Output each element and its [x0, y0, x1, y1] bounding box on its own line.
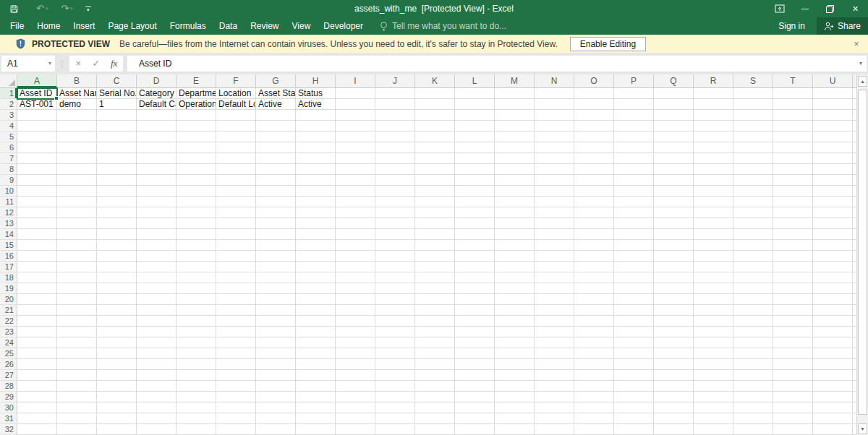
enable-editing-button[interactable]: Enable Editing — [570, 37, 646, 51]
cell-C1[interactable]: Serial No. — [97, 88, 137, 99]
cell-J26[interactable] — [375, 359, 415, 370]
cell-K4[interactable] — [415, 121, 455, 132]
cell-K19[interactable] — [415, 283, 455, 294]
cell-F15[interactable] — [216, 240, 256, 251]
cell-R31[interactable] — [694, 413, 733, 424]
cell-K32[interactable] — [415, 424, 455, 435]
row-header-21[interactable]: 21 — [0, 305, 17, 316]
cell-U32[interactable] — [813, 424, 853, 435]
cell-N8[interactable] — [535, 164, 574, 175]
cell-R17[interactable] — [694, 262, 733, 272]
cell-K17[interactable] — [415, 262, 455, 272]
select-all-button[interactable] — [0, 74, 17, 87]
cell-A4[interactable] — [17, 121, 57, 132]
cell-L30[interactable] — [455, 402, 495, 413]
row-header-1[interactable]: 1 — [0, 88, 17, 99]
cell-E13[interactable] — [176, 218, 216, 229]
cell-B28[interactable] — [57, 381, 97, 392]
cell-Q21[interactable] — [654, 305, 694, 316]
cell-D18[interactable] — [137, 272, 176, 283]
cell-K7[interactable] — [415, 153, 455, 164]
cell-O1[interactable] — [574, 88, 614, 99]
cell-P27[interactable] — [614, 370, 654, 381]
cell-R29[interactable] — [694, 392, 733, 402]
cell-J3[interactable] — [375, 110, 415, 121]
cell-P7[interactable] — [614, 153, 654, 164]
cell-F20[interactable] — [216, 294, 256, 305]
cell-C26[interactable] — [97, 359, 137, 370]
cell-E25[interactable] — [176, 348, 216, 359]
cell-R1[interactable] — [694, 88, 733, 99]
cell-I18[interactable] — [336, 272, 375, 283]
cell-H23[interactable] — [296, 327, 336, 337]
cell-G27[interactable] — [256, 370, 296, 381]
cell-E14[interactable] — [176, 229, 216, 240]
cell-K18[interactable] — [415, 272, 455, 283]
cell-H17[interactable] — [296, 262, 336, 272]
cell-P4[interactable] — [614, 121, 654, 132]
row-header-6[interactable]: 6 — [0, 142, 17, 153]
cell-J9[interactable] — [375, 175, 415, 186]
insert-function-icon[interactable]: fx — [105, 56, 123, 72]
cell-I4[interactable] — [336, 121, 375, 132]
cell-M19[interactable] — [495, 283, 535, 294]
cell-A26[interactable] — [17, 359, 57, 370]
tab-home[interactable]: Home — [30, 17, 67, 35]
cell-S32[interactable] — [733, 424, 773, 435]
cell-L8[interactable] — [455, 164, 495, 175]
cell-B19[interactable] — [57, 283, 97, 294]
cell-S20[interactable] — [733, 294, 773, 305]
column-header-P[interactable]: P — [614, 74, 654, 87]
cell-H10[interactable] — [296, 186, 336, 197]
cell-G13[interactable] — [256, 218, 296, 229]
cell-P11[interactable] — [614, 197, 654, 207]
cell-L26[interactable] — [455, 359, 495, 370]
cell-K29[interactable] — [415, 392, 455, 402]
cell-Q16[interactable] — [654, 251, 694, 262]
cell-T27[interactable] — [773, 370, 813, 381]
row-header-10[interactable]: 10 — [0, 186, 17, 197]
cell-S10[interactable] — [733, 186, 773, 197]
cell-T28[interactable] — [773, 381, 813, 392]
cell-L15[interactable] — [455, 240, 495, 251]
cell-C6[interactable] — [97, 142, 137, 153]
cell-O3[interactable] — [574, 110, 614, 121]
cell-O27[interactable] — [574, 370, 614, 381]
cell-L6[interactable] — [455, 142, 495, 153]
cell-D7[interactable] — [137, 153, 176, 164]
cell-F26[interactable] — [216, 359, 256, 370]
cell-B12[interactable] — [57, 207, 97, 218]
cell-U26[interactable] — [813, 359, 853, 370]
cell-F6[interactable] — [216, 142, 256, 153]
cell-R12[interactable] — [694, 207, 733, 218]
cell-Q9[interactable] — [654, 175, 694, 186]
cell-T22[interactable] — [773, 316, 813, 327]
cell-I5[interactable] — [336, 132, 375, 142]
cell-D27[interactable] — [137, 370, 176, 381]
cell-N31[interactable] — [535, 413, 574, 424]
cell-I23[interactable] — [336, 327, 375, 337]
row-header-29[interactable]: 29 — [0, 392, 17, 402]
cell-H7[interactable] — [296, 153, 336, 164]
cell-F10[interactable] — [216, 186, 256, 197]
cell-N22[interactable] — [535, 316, 574, 327]
cell-O12[interactable] — [574, 207, 614, 218]
cell-M32[interactable] — [495, 424, 535, 435]
cell-T14[interactable] — [773, 229, 813, 240]
column-header-T[interactable]: T — [773, 74, 813, 87]
cell-E19[interactable] — [176, 283, 216, 294]
cell-B32[interactable] — [57, 424, 97, 435]
cell-T1[interactable] — [773, 88, 813, 99]
cell-U25[interactable] — [813, 348, 853, 359]
cell-Q19[interactable] — [654, 283, 694, 294]
cell-S16[interactable] — [733, 251, 773, 262]
cell-N21[interactable] — [535, 305, 574, 316]
cell-O20[interactable] — [574, 294, 614, 305]
cell-R28[interactable] — [694, 381, 733, 392]
cell-D9[interactable] — [137, 175, 176, 186]
cell-I6[interactable] — [336, 142, 375, 153]
cell-H6[interactable] — [296, 142, 336, 153]
cell-I11[interactable] — [336, 197, 375, 207]
row-header-14[interactable]: 14 — [0, 229, 17, 240]
cell-U10[interactable] — [813, 186, 853, 197]
